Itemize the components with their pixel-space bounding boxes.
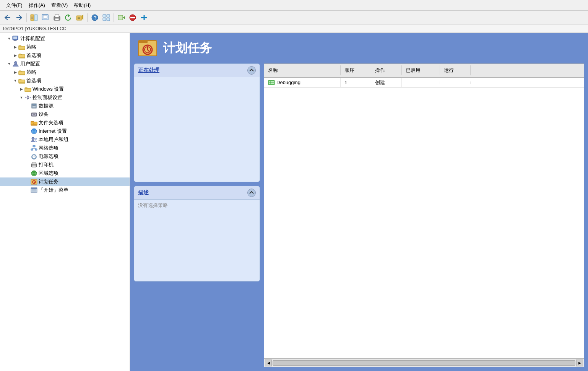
processing-card-title: 正在处理 [138,67,159,74]
svg-rect-11 [76,16,82,20]
svg-text:✓: ✓ [32,122,35,125]
svg-rect-31 [19,55,25,57]
arrow-win-settings: ▶ [18,86,24,92]
col-header-name: 名称 [264,65,341,75]
tree-item-user-config[interactable]: ▼ 用户配置 [0,60,130,68]
tree-label-device: 设备 [39,111,49,118]
computer-icon [12,35,19,42]
cell-name: Debugging [264,78,341,87]
description-collapse-button[interactable] [247,189,256,197]
svg-text:?: ? [94,15,97,21]
tree-label-policy1: 策略 [26,44,36,50]
tree-item-policy1[interactable]: ▶ 策略 [0,43,130,51]
tree-item-device[interactable]: ▶ 设备 [0,110,130,119]
cell-order: 1 [341,78,371,86]
col-header-action: 操作 [371,65,402,75]
print-button[interactable] [52,13,62,23]
scroll-left-button[interactable]: ◀ [265,360,272,366]
tree-item-control-panel[interactable]: ▼ 控制面板设置 [0,93,130,102]
table-panel: 名称 顺序 操作 已启用 运行 [264,63,584,367]
import-button[interactable] [116,13,127,23]
folderopt-icon: ✓ [31,119,37,126]
svg-rect-65 [32,162,36,164]
tree-item-start-menu[interactable]: ▶ 「开始」菜单 [0,186,130,194]
show-tree-button[interactable] [29,13,39,23]
user-icon [12,60,19,67]
scroll-right-button[interactable]: ▶ [576,360,583,366]
svg-rect-1 [34,15,37,21]
tree-item-computer-config[interactable]: ▼ 计算机配置 [0,34,130,43]
stop-button[interactable] [127,13,138,23]
tree-item-internet-settings[interactable]: ▶ Internet 设置 [0,127,130,135]
device-icon [31,111,37,118]
network-icon [31,145,37,151]
svg-point-32 [15,62,17,64]
svg-rect-33 [19,72,25,74]
toolbar-sep-2 [87,13,88,22]
tree-label-internet-settings: Internet 设置 [39,128,67,135]
toolbar-sep-3 [114,13,114,22]
svg-rect-17 [107,15,110,17]
back-button[interactable] [2,13,13,23]
menu-action[interactable]: 操作(A) [26,1,48,10]
startmenu-icon [31,187,37,194]
forward-button[interactable] [14,13,24,23]
tree-item-prefs1[interactable]: ▶ 首选项 [0,51,130,60]
svg-rect-66 [32,165,36,167]
col-header-enabled: 已启用 [402,65,440,75]
add-item-button[interactable] [139,13,149,23]
svg-rect-39 [28,99,28,100]
tree-item-scheduled-tasks[interactable]: ▶ 计划任务 [0,177,130,186]
svg-rect-28 [14,40,16,41]
svg-rect-29 [13,41,17,41]
tree-item-network-options[interactable]: ▶ 网络选项 [0,144,130,152]
region-icon [31,170,37,177]
tree-item-region-options[interactable]: ▶ 区域选项 [0,169,130,177]
arrow-policy1: ▶ [12,44,18,50]
view-mode-button[interactable] [101,13,112,23]
scrollbar-track[interactable] [273,360,575,366]
menu-view[interactable]: 查看(V) [48,1,71,10]
tree-item-prefs2[interactable]: ▼ 首选项 [0,76,130,85]
svg-point-55 [35,138,37,140]
tree-item-power-options[interactable]: ▶ 电源选项 [0,152,130,161]
help-button[interactable]: ? [89,13,100,23]
tree-item-local-users[interactable]: ▶ 本地用户和组 [0,135,130,144]
col-header-run: 运行 [440,65,471,75]
processing-card: 正在处理 [134,63,260,182]
tree-item-win-settings[interactable]: ▶ Windows 设置 [0,85,130,93]
table-row[interactable]: Debugging 1 创建 [264,78,584,88]
tree-label-start-menu: 「开始」菜单 [39,187,68,194]
export-button[interactable] [75,13,85,23]
processing-collapse-button[interactable] [247,66,256,75]
refresh-button[interactable] [63,13,74,23]
scheduled-tasks-icon [31,178,37,185]
menu-help[interactable]: 帮助(H) [71,1,94,10]
localusers-icon [31,136,37,143]
no-policy-text: 没有选择策略 [136,201,169,210]
tree-label-network-options: 网络选项 [39,145,58,151]
description-card-title: 描述 [138,189,149,196]
tree-item-policy2[interactable]: ▶ 策略 [0,68,130,76]
folder-icon [18,77,25,84]
new-window-button[interactable] [40,13,51,23]
col-header-order: 顺序 [341,65,371,75]
description-card-header: 描述 [134,186,260,200]
tree-item-folder-options[interactable]: ▶ ✓ 文件夹选项 [0,119,130,127]
tree-label-region-options: 区域选项 [39,170,58,177]
svg-rect-8 [55,15,59,17]
description-card: 描述 没有选择策略 [134,186,260,282]
svg-point-43 [32,104,36,106]
breadcrumb: TestGPO1 [YUKONG.TEST.CC [0,24,588,33]
menu-file[interactable]: 文件(F) [3,1,26,10]
internet-icon [31,128,37,135]
tree-label-win-settings: Windows 设置 [32,86,64,93]
svg-rect-18 [103,18,106,21]
svg-rect-58 [35,149,37,150]
tree-item-datasource[interactable]: ▶ 数据源 [0,102,130,110]
arrow-policy2: ▶ [12,69,18,75]
menu-bar: 文件(F) 操作(A) 查看(V) 帮助(H) [0,0,588,11]
tree-item-printer[interactable]: ▶ 打印机 [0,161,130,169]
svg-rect-41 [30,97,31,98]
left-panel: ▼ 计算机配置 ▶ 策略 [0,33,130,371]
